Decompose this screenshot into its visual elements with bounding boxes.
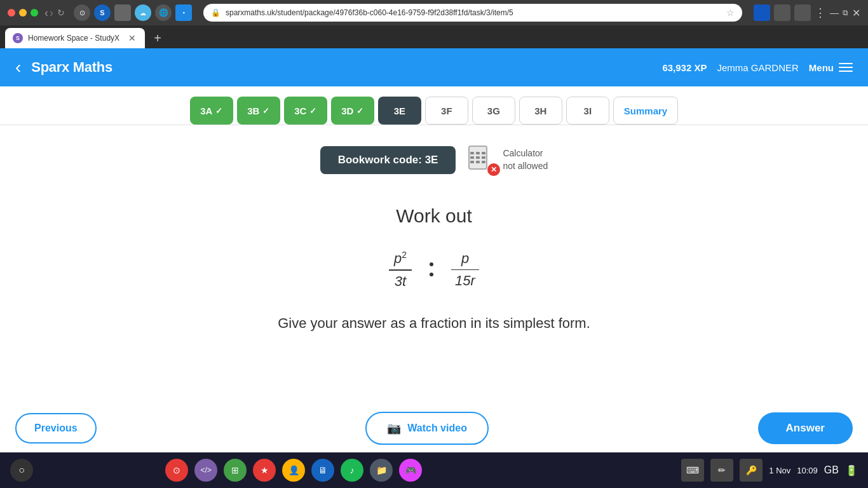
meet-taskbar-icon[interactable]: 👤 [282,459,305,482]
calculator-text: Calculator not allowed [503,147,548,172]
division-operator [430,262,433,276]
xp-display: 63,932 XP [662,62,707,73]
window-close-icon[interactable]: ✕ [852,7,860,19]
tab-3D[interactable]: 3D ✓ [331,97,374,125]
extension-icon-2 [774,4,790,21]
app-header: ‹ Sparx Maths 63,932 XP Jemma GARDNER Me… [0,48,868,86]
forward-nav-icon[interactable]: › [50,6,53,20]
extension-icon-1 [754,4,770,21]
back-nav-icon[interactable]: ‹ [44,6,48,20]
previous-button[interactable]: Previous [15,413,97,444]
browser-menu-icon[interactable]: ⋮ [815,6,826,20]
address-text[interactable]: sparxmaths.uk/student/package/4976f36b-c… [226,8,721,17]
tab-3E[interactable]: 3E [378,97,421,125]
refresh-nav-icon[interactable]: ↻ [57,8,65,18]
sheets-taskbar-icon[interactable]: ⊞ [224,459,247,482]
answer-button[interactable]: Answer [758,412,853,444]
tab-favicon: S [13,33,23,43]
fraction-2: p 15r [451,250,479,290]
calculator-icon: ✕ [468,146,496,175]
tab-3C[interactable]: 3C ✓ [284,97,327,125]
globe-icon: 🌐 [155,4,172,21]
taskbar-apps: ⊙ </> ⊞ ★ 👤 🖥 ♪ 📁 🎮 [165,459,422,482]
task-tabs: 3A ✓ 3B ✓ 3C ✓ 3D ✓ 3E 3F 3G 3H 3I Summa… [0,86,868,125]
tab-3G[interactable]: 3G [472,97,515,125]
calculator-notice: ✕ Calculator not allowed [468,146,548,175]
files-taskbar-icon[interactable]: 📁 [370,459,393,482]
tab-summary[interactable]: Summary [613,97,678,125]
code-taskbar-icon[interactable]: </> [194,459,217,482]
app-taskbar-icon[interactable]: 🎮 [399,459,422,482]
os-taskbar: ○ ⊙ </> ⊞ ★ 👤 🖥 ♪ 📁 🎮 ⌨ ✏ 🔑 1 Nov 10:09 … [0,452,868,488]
tab-title: Homework Space - StudyX [28,34,122,43]
taskbar-right: ⌨ ✏ 🔑 1 Nov 10:09 GB 🔋 [681,459,858,482]
taskbar-time: 10:09 [797,466,818,475]
key-icon[interactable]: 🔑 [740,459,763,482]
fraction-1: p2 3t [389,250,412,290]
restore-icon[interactable]: ⧉ [843,8,848,17]
tab-3I[interactable]: 3I [566,97,609,125]
bookmark-icon[interactable]: ☆ [726,8,735,18]
sparx-icon: S [94,4,111,21]
tab-3A[interactable]: 3A ✓ [190,97,233,125]
chrome-taskbar-icon[interactable]: ⊙ [165,459,188,482]
video-icon: 📷 [387,421,401,435]
taskbar-date: 1 Nov [769,466,790,475]
app5-taskbar-icon[interactable]: ★ [253,459,276,482]
apps-icon [114,4,131,21]
pen-icon[interactable]: ✏ [710,459,733,482]
problem-instruction: Give your answer as a fraction in its si… [278,315,590,332]
screen-taskbar-icon[interactable]: 🖥 [311,459,334,482]
system-icon-left[interactable]: ○ [10,459,33,482]
bottom-bar: Previous 📷 Watch video Answer [0,412,868,445]
watch-video-button[interactable]: 📷 Watch video [365,412,489,445]
extension-icon-3 [794,4,811,21]
bookwork-area: Bookwork code: 3E [320,146,548,175]
minimize-icon: — [830,8,839,18]
main-content: Bookwork code: 3E [0,125,868,332]
security-icon: 🔒 [211,8,220,17]
active-tab[interactable]: S Homework Space - StudyX ✕ [5,28,145,48]
cloud-icon: ☁ [135,4,151,21]
math-expression: p2 3t p 15r [389,250,479,290]
problem-title: Work out [396,205,472,227]
browser-window-icon: ▪ [175,4,192,21]
back-button[interactable]: ‹ [15,58,21,76]
tab-close-button[interactable]: ✕ [127,33,137,43]
app-logo: Sparx Maths [31,59,112,76]
bookwork-badge: Bookwork code: 3E [320,146,456,174]
tab-3H[interactable]: 3H [519,97,562,125]
user-name: Jemma GARDNER [717,62,798,73]
calculator-x-icon: ✕ [487,163,500,176]
chrome-icon: ⊙ [74,4,90,21]
hamburger-icon [839,63,853,72]
battery-icon: 🔋 [845,464,858,477]
tab-3B[interactable]: 3B ✓ [237,97,280,125]
spotify-taskbar-icon[interactable]: ♪ [341,459,363,482]
tab-3F[interactable]: 3F [425,97,468,125]
wifi-icon: GB [824,464,839,476]
menu-button[interactable]: Menu [809,62,853,73]
keyboard-icon[interactable]: ⌨ [681,459,704,482]
new-tab-button[interactable]: + [147,28,168,48]
